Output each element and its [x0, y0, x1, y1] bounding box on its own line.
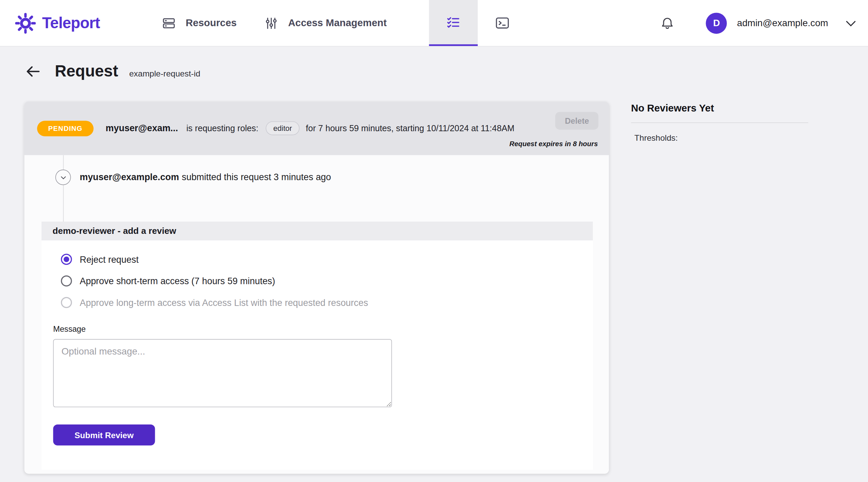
app-root: Teleport Resources — [0, 0, 868, 482]
page-title: Request — [55, 62, 118, 81]
user-email: admin@example.com — [737, 17, 828, 29]
checklist-icon — [446, 15, 460, 30]
message-label: Message — [53, 325, 593, 333]
reviewers-title: No Reviewers Yet — [631, 103, 808, 114]
nav-tab-terminal[interactable] — [477, 0, 527, 46]
avatar[interactable]: D — [706, 13, 727, 34]
request-card: PENDING myuser@exam... is requesting rol… — [24, 101, 609, 474]
radio-label: Approve short-term access (7 hours 59 mi… — [80, 276, 275, 286]
reviewers-divider — [631, 122, 808, 123]
nav-item-access-management[interactable]: Access Management — [264, 0, 386, 46]
nav-right: D admin@example.com — [660, 0, 858, 46]
content: PENDING myuser@exam... is requesting rol… — [24, 101, 868, 474]
delete-button[interactable]: Delete — [556, 112, 598, 130]
nav-group: Resources Access Management — [162, 0, 527, 46]
request-id: example-request-id — [129, 69, 200, 78]
radio-disabled-icon — [61, 297, 72, 308]
review-header: demo-reviewer - add a review — [41, 222, 593, 240]
brand-name: Teleport — [42, 14, 100, 32]
timeline-entry: myuser@example.comsubmitted this request… — [80, 172, 331, 182]
radio-icon[interactable] — [61, 275, 72, 287]
status-badge: PENDING — [37, 121, 93, 136]
review-box: demo-reviewer - add a review Reject requ… — [41, 222, 593, 470]
radio-label: Reject request — [80, 254, 139, 264]
timeline-collapse-button[interactable] — [55, 170, 71, 185]
request-card-body: myuser@example.comsubmitted this request… — [24, 155, 609, 474]
reviewers-panel: No Reviewers Yet Thresholds: — [631, 101, 808, 142]
role-pill: editor — [266, 121, 300, 135]
gear-logo-icon — [15, 13, 36, 34]
submit-review-button[interactable]: Submit Review — [53, 425, 155, 446]
radio-label: Approve long-term access via Access List… — [80, 297, 368, 308]
requesting-text: is requesting roles: — [186, 123, 258, 133]
notifications-button[interactable] — [660, 16, 675, 31]
review-option-approve-long-term: Approve long-term access via Access List… — [61, 297, 593, 308]
nav-tab-access-requests[interactable] — [429, 0, 477, 46]
radio-selected-icon[interactable] — [61, 254, 72, 265]
nav-item-resources[interactable]: Resources — [162, 0, 237, 46]
page-header: Request example-request-id — [24, 62, 868, 81]
chevron-down-icon — [59, 173, 67, 181]
back-button[interactable] — [24, 63, 41, 80]
expires-text: Request expires in 8 hours — [509, 140, 598, 148]
nav-item-label: Access Management — [288, 17, 386, 29]
review-body: Reject request Approve short-term access… — [41, 240, 593, 470]
message-input[interactable] — [53, 339, 392, 408]
user-menu-button[interactable] — [844, 16, 858, 30]
resources-icon — [162, 16, 176, 30]
terminal-icon — [495, 16, 510, 31]
duration-text: for 7 hours 59 minutes, starting 10/11/2… — [306, 123, 514, 133]
timeline-rest: submitted this request 3 minutes ago — [182, 172, 331, 182]
requester-name: myuser@exam... — [106, 123, 178, 134]
timeline-user: myuser@example.com — [80, 172, 179, 182]
chevron-down-icon — [844, 16, 858, 30]
sliders-icon — [264, 16, 278, 30]
review-option-reject[interactable]: Reject request — [61, 254, 593, 265]
timeline-line — [63, 155, 64, 222]
nav-item-label: Resources — [186, 17, 237, 29]
bell-icon — [660, 16, 675, 31]
teleport-logo[interactable]: Teleport — [15, 0, 100, 46]
thresholds-label: Thresholds: — [631, 133, 808, 142]
review-option-approve-short-term[interactable]: Approve short-term access (7 hours 59 mi… — [61, 275, 593, 287]
request-card-header: PENDING myuser@exam... is requesting rol… — [24, 101, 609, 155]
top-navbar: Teleport Resources — [0, 0, 868, 47]
